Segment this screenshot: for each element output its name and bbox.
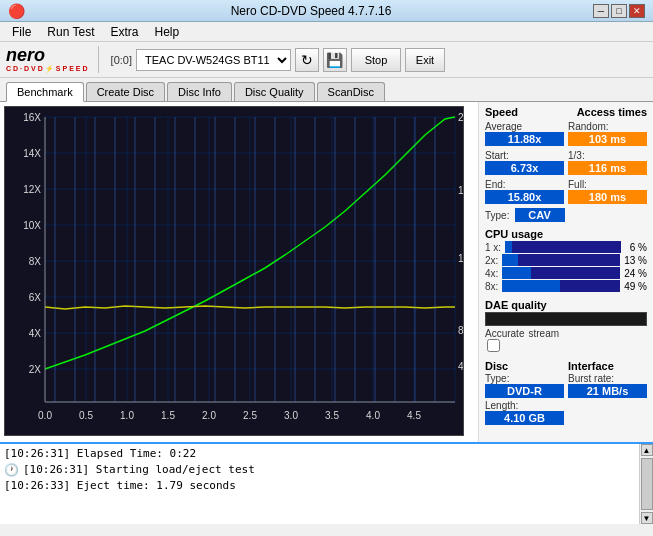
end-full-row: End: 15.80x Full: 180 ms (485, 179, 647, 204)
tab-disc-info[interactable]: Disc Info (167, 82, 232, 101)
svg-text:16X: 16X (23, 112, 41, 123)
avg-section: Average 11.88x (485, 121, 564, 146)
save-button[interactable]: 💾 (323, 48, 347, 72)
cpu-4x-bar-container (502, 267, 620, 279)
cpu-4x-label: 4x: (485, 268, 498, 279)
maximize-button[interactable]: □ (611, 4, 627, 18)
tab-scandisc[interactable]: ScanDisc (317, 82, 385, 101)
start-section: Start: 6.73x (485, 150, 564, 175)
tab-benchmark[interactable]: Benchmark (6, 82, 84, 102)
app-icon: 🔴 (8, 3, 25, 19)
full-value: 180 ms (568, 190, 647, 204)
avg-value: 11.88x (485, 132, 564, 146)
accurate-stream-row: Accurate stream (485, 328, 647, 339)
drive-label: [0:0] (111, 54, 132, 66)
nero-logo-text: nero (6, 46, 90, 66)
random-value: 103 ms (568, 132, 647, 146)
type-row: Type: CAV (485, 208, 647, 222)
log-line-0: [10:26:31] Elapsed Time: 0:22 (4, 446, 635, 462)
menu-file[interactable]: File (4, 23, 39, 41)
drive-select[interactable]: TEAC DV-W524GS BT11 (136, 49, 291, 71)
minimize-button[interactable]: ─ (593, 4, 609, 18)
menu-help[interactable]: Help (147, 23, 188, 41)
end-value: 15.80x (485, 190, 564, 204)
interface-title: Interface (568, 360, 647, 372)
cpu-8x-label: 8x: (485, 281, 498, 292)
cpu-8x-row: 8x: 49 % (485, 280, 647, 292)
cpu-title: CPU usage (485, 228, 647, 240)
window-controls: ─ □ ✕ (593, 4, 645, 18)
main-content: 16X 14X 12X 10X 8X 6X 4X 2X 20 16 12 8 4 (0, 102, 653, 442)
cpu-8x-bar (502, 280, 560, 292)
onethird-label: 1/3: (568, 150, 647, 161)
cpu-2x-pct: 13 % (624, 255, 647, 266)
cpu-2x-bar (502, 254, 517, 266)
type-value: CAV (515, 208, 565, 222)
svg-text:4X: 4X (29, 328, 42, 339)
disc-type-label: Type: (485, 373, 564, 384)
svg-text:4.0: 4.0 (366, 410, 380, 421)
cpu-1x-row: 1 x: 6 % (485, 241, 647, 253)
svg-text:0.5: 0.5 (79, 410, 93, 421)
scroll-down-button[interactable]: ▼ (641, 512, 653, 524)
start-value: 6.73x (485, 161, 564, 175)
svg-text:4: 4 (458, 361, 464, 372)
burst-label: Burst rate: (568, 373, 647, 384)
tab-disc-quality[interactable]: Disc Quality (234, 82, 315, 101)
accurate-stream-checkbox[interactable] (487, 339, 500, 352)
clock-icon: 🕐 (4, 462, 19, 478)
svg-text:6X: 6X (29, 292, 42, 303)
svg-text:1.0: 1.0 (120, 410, 134, 421)
scroll-up-button[interactable]: ▲ (641, 444, 653, 456)
onethird-value: 116 ms (568, 161, 647, 175)
stream-label: stream (528, 328, 559, 339)
drive-refresh-button[interactable]: ↻ (295, 48, 319, 72)
speed-title: Speed (485, 106, 518, 118)
full-label: Full: (568, 179, 647, 190)
cpu-1x-bar (505, 241, 512, 253)
right-panel: Speed Access times Average 11.88x Random… (478, 102, 653, 442)
svg-text:12X: 12X (23, 184, 41, 195)
svg-text:12: 12 (458, 253, 464, 264)
svg-text:16: 16 (458, 185, 464, 196)
svg-text:8X: 8X (29, 256, 42, 267)
disc-title: Disc (485, 360, 564, 372)
disc-interface-row: Disc Type: DVD-R Length: 4.10 GB Interfa… (485, 360, 647, 425)
disc-length-label: Length: (485, 400, 564, 411)
menu-bar: File Run Test Extra Help (0, 22, 653, 42)
end-label: End: (485, 179, 564, 190)
stop-button[interactable]: Stop (351, 48, 401, 72)
log-scrollbar: ▲ ▼ (639, 444, 653, 524)
tab-create-disc[interactable]: Create Disc (86, 82, 165, 101)
toolbar: nero CD·DVD⚡SPEED [0:0] TEAC DV-W524GS B… (0, 42, 653, 78)
nero-subtext: CD·DVD⚡SPEED (6, 65, 90, 73)
disc-length-value: 4.10 GB (485, 411, 564, 425)
nero-logo-area: nero CD·DVD⚡SPEED (6, 46, 99, 74)
type-label: Type: (485, 210, 509, 221)
scroll-thumb[interactable] (641, 458, 653, 510)
tab-bar: Benchmark Create Disc Disc Info Disc Qua… (0, 78, 653, 102)
cpu-4x-row: 4x: 24 % (485, 267, 647, 279)
dae-section: DAE quality Accurate stream (485, 299, 647, 354)
disc-type-value: DVD-R (485, 384, 564, 398)
svg-text:4.5: 4.5 (407, 410, 421, 421)
svg-text:2.5: 2.5 (243, 410, 257, 421)
menu-extra[interactable]: Extra (102, 23, 146, 41)
cpu-1x-pct: 6 % (625, 242, 647, 253)
full-section: Full: 180 ms (568, 179, 647, 204)
cpu-2x-label: 2x: (485, 255, 498, 266)
start-onethird-row: Start: 6.73x 1/3: 116 ms (485, 150, 647, 175)
dae-title: DAE quality (485, 299, 647, 311)
exit-button[interactable]: Exit (405, 48, 445, 72)
close-button[interactable]: ✕ (629, 4, 645, 18)
cpu-section: CPU usage 1 x: 6 % 2x: 13 % 4x: (485, 228, 647, 293)
avg-random-row: Average 11.88x Random: 103 ms (485, 121, 647, 146)
cpu-1x-label: 1 x: (485, 242, 501, 253)
cpu-4x-bar (502, 267, 530, 279)
title-bar: 🔴 Nero CD-DVD Speed 4.7.7.16 ─ □ ✕ (0, 0, 653, 22)
drive-selector: [0:0] TEAC DV-W524GS BT11 ↻ 💾 Stop Exit (111, 48, 647, 72)
menu-runtest[interactable]: Run Test (39, 23, 102, 41)
window-title: Nero CD-DVD Speed 4.7.7.16 (29, 4, 593, 18)
log-line-1-text: [10:26:31] Starting load/eject test (23, 462, 255, 478)
svg-text:10X: 10X (23, 220, 41, 231)
